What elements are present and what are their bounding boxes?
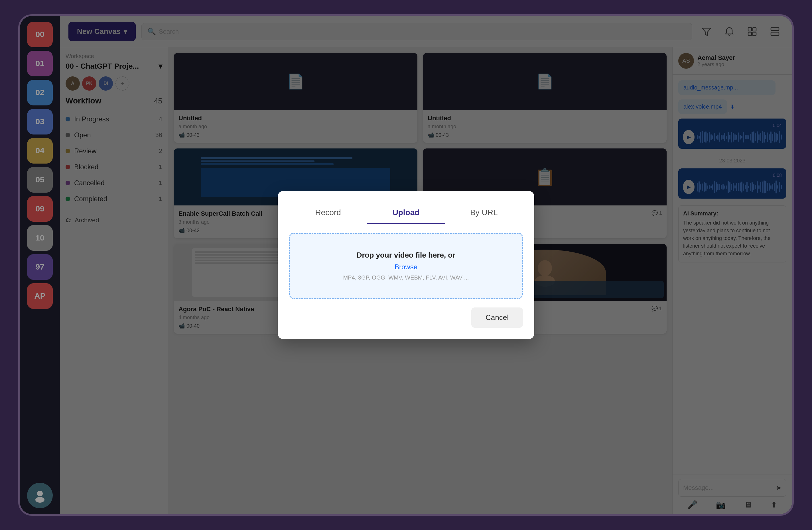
drop-zone-text: Drop your video file here, or (301, 251, 511, 260)
tab-record[interactable]: Record (289, 202, 367, 224)
modal-tabs: Record Upload By URL (289, 202, 523, 224)
tab-byurl[interactable]: By URL (445, 202, 523, 224)
browse-link[interactable]: Browse (301, 263, 511, 271)
cancel-button[interactable]: Cancel (471, 307, 523, 328)
device-frame: 00 01 02 03 04 05 09 10 97 AP (18, 14, 794, 516)
upload-modal: Record Upload By URL Drop your video fil… (278, 191, 534, 339)
drop-zone[interactable]: Drop your video file here, or Browse MP4… (289, 233, 523, 299)
drop-zone-formats: MP4, 3GP, OGG, WMV, WEBM, FLV, AVI, WAV … (301, 275, 511, 281)
tab-upload[interactable]: Upload (367, 202, 445, 224)
modal-overlay: Record Upload By URL Drop your video fil… (20, 16, 792, 514)
